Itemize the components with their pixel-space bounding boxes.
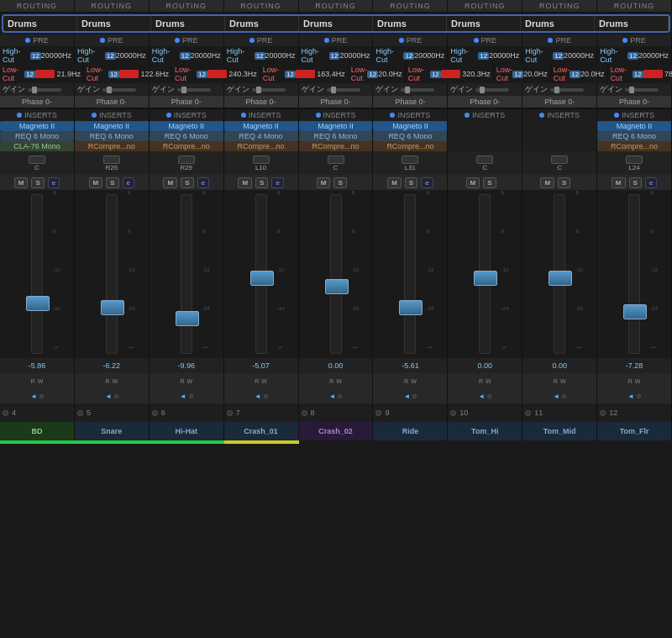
channel-dot-1[interactable]	[3, 410, 8, 416]
pan-cell-8[interactable]: C	[522, 151, 597, 175]
drums-cell-6[interactable]: Drums	[373, 16, 447, 31]
drums-cell-1[interactable]: Drums	[3, 16, 77, 31]
play-left-6[interactable]: ◄	[403, 393, 410, 400]
channel-name-crash02[interactable]: Crash_02	[299, 422, 374, 440]
plugin-magneto-3[interactable]: Magneto II	[150, 121, 224, 131]
pan-knob-5[interactable]	[328, 156, 344, 164]
gain-cell-4[interactable]: ゲイン	[224, 83, 299, 96]
lowcut-cell-7[interactable]: Low-Cut1220.0Hz	[494, 65, 551, 83]
lowcut-cell-8[interactable]: Low-Cut1220.0Hz	[551, 65, 608, 83]
pan-cell-2[interactable]: R26	[75, 151, 150, 175]
transport-dot-7[interactable]	[487, 394, 491, 398]
mute-button-8[interactable]: M	[540, 177, 554, 188]
r-button-3[interactable]: R	[180, 378, 184, 384]
fader-track-2[interactable]	[106, 194, 118, 354]
lowcut-cell-2[interactable]: Low-Cut12122.6Hz	[84, 65, 172, 83]
inserts-cell-1[interactable]: INSERTS	[0, 109, 75, 121]
e-button-1[interactable]: e	[48, 177, 60, 188]
r-button-8[interactable]: R	[554, 378, 558, 384]
mute-button-3[interactable]: M	[163, 177, 177, 188]
plugin-rcomp-3[interactable]: RCompre...no	[150, 141, 224, 151]
e-button-4[interactable]: e	[271, 177, 283, 188]
channel-dot-8[interactable]	[525, 410, 531, 416]
drums-cell-3[interactable]: Drums	[151, 16, 225, 31]
hicut-cell-4[interactable]: High-Cut1220000Hz	[224, 46, 299, 65]
solo-button-7[interactable]: S	[483, 177, 496, 188]
channel-name-crash01[interactable]: Crash_01	[224, 422, 299, 440]
pan-cell-7[interactable]: C	[448, 151, 522, 175]
channel-dot-7[interactable]	[450, 410, 456, 416]
fader-thumb-4[interactable]	[250, 271, 274, 286]
solo-button-6[interactable]: S	[405, 177, 417, 188]
pre-cell-5[interactable]: PRE	[299, 34, 374, 46]
play-left-7[interactable]: ◄	[478, 393, 485, 400]
pan-cell-5[interactable]: C	[299, 151, 374, 175]
plugin-magneto-2[interactable]: Magneto II	[75, 121, 150, 131]
transport-dot-1[interactable]	[39, 394, 44, 398]
hicut-cell-1[interactable]: High-Cut1220000Hz	[0, 46, 75, 65]
channel-name-tommid[interactable]: Tom_Mid	[522, 422, 597, 440]
plugin-req6-1[interactable]: REQ 6 Mono	[0, 131, 75, 141]
pan-knob-6[interactable]	[402, 156, 418, 164]
inserts-cell-9[interactable]: INSERTS	[597, 109, 672, 121]
fader-thumb-8[interactable]	[549, 271, 572, 286]
gain-cell-7[interactable]: ゲイン	[448, 83, 522, 96]
plugin-rcomp-4[interactable]: RCompre...no	[224, 141, 299, 151]
transport-dot-5[interactable]	[338, 394, 342, 398]
pre-cell-6[interactable]: PRE	[373, 34, 448, 46]
hicut-cell-9[interactable]: High-Cut1220000Hz	[597, 46, 672, 65]
channel-dot-5[interactable]	[302, 410, 307, 416]
mute-button-9[interactable]: M	[612, 177, 626, 188]
w-button-2[interactable]: W	[113, 378, 118, 384]
inserts-cell-3[interactable]: INSERTS	[150, 109, 224, 121]
pan-cell-1[interactable]: C	[0, 151, 75, 175]
pan-cell-9[interactable]: L24	[597, 151, 672, 175]
phase-cell-6[interactable]: Phase 0-	[373, 96, 448, 108]
gain-cell-8[interactable]: ゲイン	[522, 83, 597, 96]
drums-cell-5[interactable]: Drums	[299, 16, 373, 31]
gain-cell-3[interactable]: ゲイン	[150, 83, 224, 96]
solo-button-9[interactable]: S	[629, 177, 642, 188]
transport-dot-4[interactable]	[264, 394, 268, 398]
pan-knob-1[interactable]	[29, 156, 45, 164]
drums-cell-8[interactable]: Drums	[521, 16, 595, 31]
w-button-3[interactable]: W	[186, 378, 192, 384]
mute-button-7[interactable]: M	[466, 177, 480, 188]
inserts-cell-2[interactable]: INSERTS	[75, 109, 150, 121]
play-left-3[interactable]: ◄	[180, 393, 186, 400]
pan-knob-9[interactable]	[626, 156, 643, 164]
channel-dot-6[interactable]	[375, 410, 381, 416]
fader-track-9[interactable]	[628, 194, 640, 354]
fader-thumb-5[interactable]	[325, 279, 349, 294]
pan-knob-4[interactable]	[253, 156, 270, 164]
hicut-cell-5[interactable]: High-Cut1220000Hz	[299, 46, 374, 65]
mute-button-2[interactable]: M	[89, 177, 103, 188]
drums-cell-9[interactable]: Drums	[595, 16, 669, 31]
fader-thumb-7[interactable]	[474, 271, 497, 286]
play-left-8[interactable]: ◄	[553, 393, 559, 400]
transport-dot-9[interactable]	[637, 394, 641, 398]
w-button-6[interactable]: W	[411, 378, 417, 384]
fader-thumb-1[interactable]	[26, 296, 50, 311]
play-left-5[interactable]: ◄	[329, 393, 336, 400]
transport-dot-6[interactable]	[412, 394, 417, 398]
w-button-5[interactable]: W	[336, 378, 342, 384]
e-button-6[interactable]: e	[421, 177, 433, 188]
channel-name-snare[interactable]: Snare	[75, 422, 150, 440]
r-button-5[interactable]: R	[329, 378, 333, 384]
pan-knob-3[interactable]	[178, 156, 195, 164]
phase-cell-1[interactable]: Phase 0-	[0, 96, 75, 108]
channel-name-tomflr[interactable]: Tom_Flr	[597, 422, 672, 440]
lowcut-cell-3[interactable]: Low-Cut12240.3Hz	[172, 65, 260, 83]
pan-knob-2[interactable]	[103, 156, 120, 164]
pre-cell-7[interactable]: PRE	[448, 34, 522, 46]
phase-cell-4[interactable]: Phase 0-	[224, 96, 299, 108]
r-button-9[interactable]: R	[628, 378, 633, 384]
r-button-1[interactable]: R	[31, 378, 35, 384]
channel-name-hihat[interactable]: Hi-Hat	[150, 422, 224, 440]
channel-dot-3[interactable]	[152, 410, 158, 416]
plugin-req6-5[interactable]: REQ 6 Mono	[299, 131, 374, 141]
phase-cell-3[interactable]: Phase 0-	[150, 96, 224, 108]
w-button-1[interactable]: W	[38, 378, 44, 384]
w-button-9[interactable]: W	[635, 378, 641, 384]
